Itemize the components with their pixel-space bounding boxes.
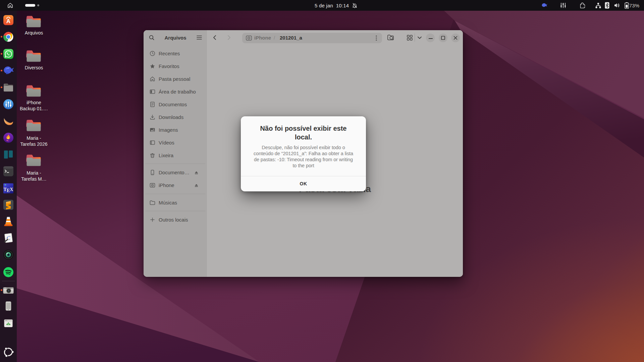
svg-text:A: A: [6, 18, 10, 24]
